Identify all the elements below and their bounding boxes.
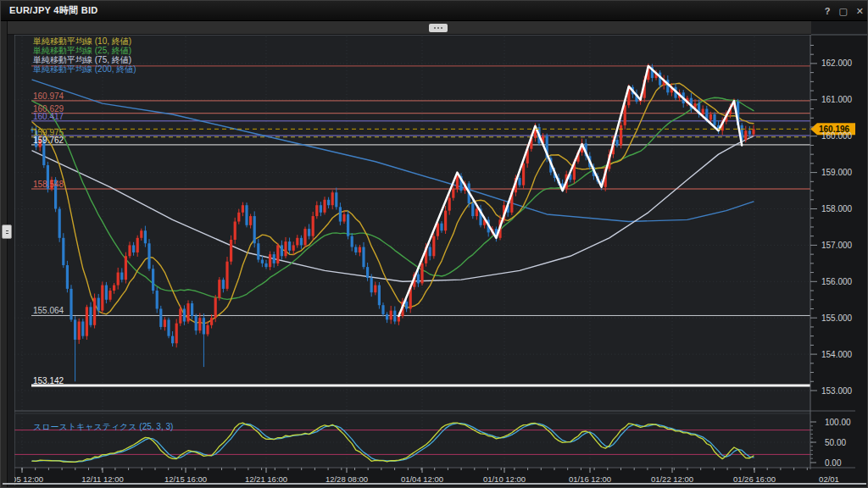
candle [456, 176, 459, 189]
candle [308, 229, 310, 236]
price-axis-label: 156.000 [821, 277, 853, 286]
candle [420, 263, 423, 284]
candle [210, 318, 213, 325]
candle [381, 305, 384, 314]
price-axis-label: 158.000 [821, 204, 853, 214]
close-icon[interactable]: ✕ [856, 6, 864, 17]
candle [296, 238, 298, 246]
candle [234, 222, 236, 240]
stoch-axis-label: 100.00 [825, 418, 851, 427]
candle [300, 238, 303, 246]
legend-sma75[interactable]: 単純移動平均線 (75, 終値) [33, 55, 136, 64]
candle [218, 280, 220, 297]
candle [354, 247, 357, 252]
legend-sma10[interactable]: 単純移動平均線 (10, 終値) [33, 36, 136, 46]
candle [214, 298, 217, 319]
candle [249, 216, 252, 225]
candle [78, 321, 81, 339]
legend-sma25[interactable]: 単純移動平均線 (25, 終値) [33, 46, 136, 55]
candle [281, 245, 283, 256]
candle [744, 130, 747, 140]
candle [89, 307, 92, 324]
candle [136, 238, 139, 252]
candle [320, 205, 322, 213]
price-line-label: 159.762 [33, 136, 64, 145]
candle [81, 321, 84, 336]
candle [347, 214, 349, 236]
candle [620, 125, 622, 146]
window-bottom-edge [3, 483, 866, 485]
candle [237, 213, 240, 222]
candle [175, 324, 178, 344]
candle [125, 256, 127, 280]
candle [206, 325, 209, 335]
candle [323, 200, 326, 213]
sidebar-collapse-handle[interactable] [2, 225, 12, 239]
legend-sma200[interactable]: 単純移動平均線 (200, 終値) [33, 64, 136, 74]
candle [101, 286, 103, 311]
candle [245, 205, 248, 225]
candle [339, 207, 342, 221]
help-icon[interactable]: ? [825, 6, 831, 16]
candle [476, 209, 478, 217]
candle [417, 274, 420, 284]
candle [225, 262, 228, 289]
candle [518, 178, 520, 186]
candle [471, 203, 474, 216]
candle [288, 241, 291, 251]
candle [276, 245, 279, 263]
candle [284, 241, 287, 256]
candle [709, 114, 712, 119]
candle [752, 129, 754, 134]
candle [167, 319, 170, 336]
candle [113, 286, 115, 291]
candle [312, 216, 314, 236]
candle [393, 311, 396, 322]
chart-window: EUR/JPY 4時間 BID ? ▢ ✕ 160.196160.974160.… [0, 0, 868, 488]
candle [432, 236, 435, 257]
candle [748, 130, 751, 134]
candle [93, 298, 96, 325]
candle [198, 318, 201, 330]
candle [253, 216, 256, 243]
candle [222, 280, 225, 289]
title-bar[interactable]: EUR/JPY 4時間 BID ? ▢ ✕ [1, 1, 868, 21]
candle [108, 291, 111, 300]
candle [386, 314, 388, 319]
candle [303, 229, 306, 245]
candle [261, 260, 264, 263]
candle [144, 230, 147, 243]
candle [374, 286, 376, 293]
left-gutter [1, 21, 8, 488]
candle [191, 303, 193, 316]
price-line-label: 160.974 [33, 92, 64, 101]
candle [179, 308, 181, 323]
candle [147, 243, 150, 269]
candle [62, 238, 64, 265]
window-title: EUR/JPY 4時間 BID [1, 4, 98, 17]
maximize-icon[interactable]: ▢ [838, 6, 847, 17]
candle [66, 265, 69, 289]
price-chart[interactable]: 160.196160.974160.629160.417159.975159.7… [14, 21, 868, 485]
price-line-label: 158.548 [33, 180, 64, 189]
stochastic-legend[interactable]: スローストキャスティクス (25, 3, 3) [33, 421, 173, 433]
candle [335, 192, 337, 207]
candle [242, 205, 244, 213]
candle [448, 198, 451, 211]
indicator-legend: 単純移動平均線 (10, 終値) 単純移動平均線 (25, 終値) 単純移動平均… [33, 36, 136, 74]
candle [452, 189, 454, 198]
toolbar-strip [8, 21, 811, 35]
candle [444, 211, 447, 231]
price-axis-label: 153.000 [821, 386, 853, 396]
candle [362, 247, 364, 268]
stoch-axis-label: 0.00 [825, 458, 842, 468]
candle [702, 109, 704, 114]
candle [74, 319, 76, 340]
candle [186, 303, 189, 321]
price-line-label: 153.142 [33, 376, 64, 385]
panel-toggle-button[interactable] [429, 24, 448, 32]
candle [378, 286, 381, 306]
candle [171, 336, 174, 344]
candle [120, 273, 123, 280]
candle [97, 298, 100, 311]
